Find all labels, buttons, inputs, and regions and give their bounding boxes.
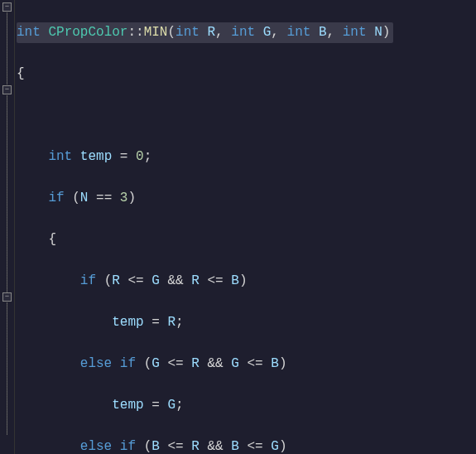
keyword: else bbox=[80, 439, 112, 454]
variable: G bbox=[271, 439, 279, 454]
brace: { bbox=[17, 66, 25, 81]
brace: { bbox=[48, 232, 56, 247]
comma: , bbox=[327, 25, 343, 40]
paren: ) bbox=[127, 191, 136, 205]
code-line[interactable]: if (R <= G && R <= B) bbox=[17, 271, 476, 292]
paren: ( bbox=[144, 439, 152, 454]
semicolon: ; bbox=[175, 315, 184, 330]
variable: temp bbox=[112, 398, 143, 413]
keyword: int bbox=[231, 25, 255, 40]
comma: , bbox=[215, 25, 231, 40]
code-line[interactable] bbox=[17, 105, 476, 126]
operator: <= bbox=[160, 439, 191, 454]
number: 0 bbox=[136, 149, 144, 164]
code-line[interactable]: temp = G; bbox=[17, 395, 476, 416]
operator: = bbox=[112, 149, 136, 164]
param: N bbox=[374, 25, 382, 40]
operator: <= bbox=[239, 356, 271, 371]
semicolon: ; bbox=[175, 398, 184, 413]
class-name: CPropColor bbox=[48, 25, 127, 40]
variable: B bbox=[151, 439, 160, 454]
operator: <= bbox=[200, 273, 231, 288]
operator: && bbox=[200, 356, 231, 371]
operator: == bbox=[88, 191, 119, 205]
semicolon: ; bbox=[144, 149, 152, 164]
paren: ) bbox=[382, 25, 391, 40]
keyword: if bbox=[48, 191, 64, 205]
variable: G bbox=[151, 273, 160, 288]
code-line[interactable]: else if (G <= R && G <= B) bbox=[17, 354, 476, 374]
operator: = bbox=[144, 398, 168, 413]
code-line[interactable]: if (N == 3) bbox=[17, 188, 476, 209]
variable: R bbox=[191, 439, 200, 454]
code-line[interactable]: { bbox=[17, 64, 476, 85]
code-line[interactable]: int CPropColor::MIN(int R, int G, int B,… bbox=[17, 22, 476, 43]
paren: ) bbox=[279, 439, 287, 454]
fold-guide bbox=[7, 95, 7, 294]
variable: G bbox=[231, 356, 239, 371]
operator: <= bbox=[239, 439, 271, 454]
code-editor[interactable]: − − − int CPropColor::MIN(int R, int G, … bbox=[0, 0, 476, 454]
operator: <= bbox=[160, 356, 191, 371]
paren: ( bbox=[144, 356, 152, 371]
variable: G bbox=[151, 356, 160, 371]
keyword: int bbox=[287, 25, 311, 40]
operator: :: bbox=[127, 25, 143, 40]
variable: temp bbox=[80, 149, 112, 164]
variable: B bbox=[231, 273, 239, 288]
gutter: − − − bbox=[0, 0, 15, 454]
keyword: int bbox=[48, 149, 72, 164]
code-line[interactable]: int temp = 0; bbox=[17, 147, 476, 167]
fold-guide bbox=[7, 302, 7, 435]
keyword: int bbox=[343, 25, 367, 40]
variable: B bbox=[231, 439, 239, 454]
code-area[interactable]: int CPropColor::MIN(int R, int G, int B,… bbox=[15, 0, 476, 454]
code-line[interactable]: else if (B <= R && B <= G) bbox=[17, 437, 476, 454]
paren: ( bbox=[104, 273, 113, 288]
keyword: else bbox=[80, 356, 112, 371]
fold-marker-icon[interactable]: − bbox=[2, 2, 12, 12]
fold-marker-icon[interactable]: − bbox=[2, 292, 12, 302]
code-line[interactable]: { bbox=[17, 229, 476, 250]
param: G bbox=[263, 25, 272, 40]
variable: R bbox=[191, 273, 200, 288]
variable: R bbox=[167, 315, 175, 330]
operator: && bbox=[200, 439, 231, 454]
param: R bbox=[207, 25, 215, 40]
variable: B bbox=[271, 356, 279, 371]
paren: ( bbox=[72, 191, 80, 205]
keyword: if bbox=[120, 356, 136, 371]
paren: ) bbox=[279, 356, 287, 371]
fold-marker-icon[interactable]: − bbox=[2, 85, 12, 94]
comma: , bbox=[271, 25, 286, 40]
variable: temp bbox=[112, 315, 143, 330]
keyword: if bbox=[120, 439, 136, 454]
param: B bbox=[319, 25, 327, 40]
keyword: if bbox=[80, 273, 96, 288]
function-name: MIN bbox=[144, 25, 168, 40]
variable: N bbox=[80, 191, 89, 205]
variable: G bbox=[167, 398, 175, 413]
paren: ) bbox=[239, 273, 248, 288]
variable: R bbox=[112, 273, 120, 288]
number: 3 bbox=[120, 191, 128, 205]
operator: && bbox=[160, 273, 191, 288]
operator: = bbox=[144, 315, 168, 330]
variable: R bbox=[191, 356, 200, 371]
keyword: int bbox=[17, 25, 41, 40]
keyword: int bbox=[175, 25, 200, 40]
operator: <= bbox=[120, 273, 151, 288]
paren: ( bbox=[167, 25, 175, 40]
code-line[interactable]: temp = R; bbox=[17, 312, 476, 333]
fold-guide bbox=[7, 12, 7, 85]
